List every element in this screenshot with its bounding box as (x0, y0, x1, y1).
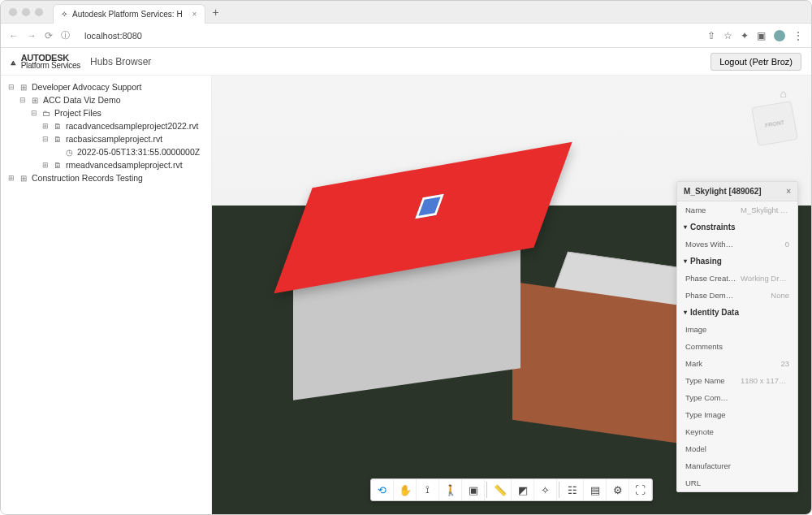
tool-anchor[interactable]: ⟟ (417, 479, 439, 500)
panel-section-header[interactable]: ▾Phasing (677, 253, 797, 270)
logo-icon: ⟁ (11, 57, 16, 67)
tool-explode[interactable]: ✧ (534, 479, 557, 500)
property-label: Manufacturer (685, 461, 731, 470)
menu-icon[interactable]: ⋮ (793, 30, 803, 41)
tree-icon: ◷ (64, 148, 74, 157)
panel-body: NameM_Skylight [489062]▾ConstraintsMoves… (677, 201, 797, 491)
chevron-down-icon: ▾ (684, 309, 687, 316)
tree-label: Project Files (54, 108, 102, 118)
tool-walk[interactable]: 🚶 (439, 479, 462, 500)
share-icon[interactable]: ⇧ (707, 30, 715, 41)
chevron-down-icon: ▾ (684, 258, 687, 265)
property-value: 0 (785, 240, 789, 249)
url-field[interactable]: localhost:8080 (78, 31, 699, 41)
tree-node[interactable]: ⊟⊞ACC Data Viz Demo (4, 93, 208, 106)
brand-logo: ⟁ AUTODESK Platform Services (11, 53, 80, 70)
tree-label: ACC Data Viz Demo (43, 95, 121, 105)
address-bar: ← → ⟳ ⓘ localhost:8080 ⇧ ☆ ✦ ▣ ⋮ (1, 24, 811, 48)
max-dot[interactable] (35, 8, 43, 16)
tree-toggle[interactable]: ⊟ (41, 135, 50, 143)
tree-icon: 🗎 (53, 122, 63, 131)
property-row: Model (677, 440, 797, 457)
site-info-icon[interactable]: ⓘ (61, 29, 70, 41)
tree-node[interactable]: ◷2022-05-05T13:31:55.0000000Z (4, 145, 208, 158)
property-label: Type Name (685, 376, 725, 385)
property-row: Type Image (677, 406, 797, 423)
tree-label: Construction Records Testing (32, 173, 143, 183)
property-label: Type Image (685, 410, 726, 419)
tree-icon: 🗎 (53, 161, 63, 170)
browser-tab[interactable]: ⟡ Autodesk Platform Services: H × (53, 4, 205, 24)
tool-orbit[interactable]: ⟲ (371, 479, 394, 500)
tool-settings[interactable]: ⚙ (607, 479, 629, 500)
tool-camera[interactable]: ▣ (462, 479, 485, 500)
property-row: Manufacturer (677, 457, 797, 474)
tree-toggle[interactable]: ⊟ (7, 83, 15, 91)
panel-title: M_Skylight [489062] (684, 187, 762, 196)
forward-icon[interactable]: → (27, 30, 37, 41)
titlebar: ⟡ Autodesk Platform Services: H × + (1, 1, 811, 24)
window-controls[interactable] (9, 8, 43, 16)
box-icon[interactable]: ▣ (757, 30, 766, 41)
brand-line2: Platform Services (21, 61, 80, 70)
property-label: Type Com… (685, 393, 728, 402)
tool-section[interactable]: ◩ (512, 479, 534, 500)
tree-node[interactable]: ⊞⊞Construction Records Testing (4, 171, 208, 184)
close-tab-icon[interactable]: × (192, 10, 197, 19)
property-row: Type Com… (677, 389, 797, 406)
tree-label: racadvancedsampleproject2022.rvt (66, 121, 198, 131)
property-label: Comments (685, 342, 723, 351)
tree-node[interactable]: ⊞🗎racadvancedsampleproject2022.rvt (4, 119, 208, 132)
viewer-toolbar: ⟲ ✋ ⟟ 🚶 ▣ 📏 ◩ ✧ ☷ ▤ ⚙ ⛶ (370, 478, 653, 501)
property-label: Model (685, 444, 706, 453)
property-label: Phase Creat… (685, 274, 736, 283)
tree-node[interactable]: ⊟🗀Project Files (4, 106, 208, 119)
tool-pan[interactable]: ✋ (394, 479, 417, 500)
property-label: Moves With… (685, 240, 733, 249)
panel-section-header[interactable]: ▾Constraints (677, 219, 797, 236)
viewer[interactable]: ⌂ FRONT M_Skylight [489062] × NameM_Skyl… (212, 76, 811, 514)
tree-toggle[interactable]: ⊟ (19, 96, 27, 104)
tool-properties[interactable]: ▤ (584, 479, 607, 500)
puzzle-icon[interactable]: ✦ (741, 30, 749, 41)
home-view-icon[interactable]: ⌂ (780, 87, 787, 100)
min-dot[interactable] (22, 8, 30, 16)
chevron-down-icon: ▾ (684, 223, 687, 231)
tree-node[interactable]: ⊟🗎racbasicsampleproject.rvt (4, 132, 208, 145)
tree-node[interactable]: ⊟⊞Developer Advocacy Support (4, 80, 208, 93)
app-header: ⟁ AUTODESK Platform Services Hubs Browse… (1, 48, 811, 76)
panel-header[interactable]: M_Skylight [489062] × (677, 182, 797, 201)
tree-icon: ⊞ (19, 83, 28, 92)
property-value: M_Skylight [489062] (741, 206, 789, 214)
star-icon[interactable]: ☆ (723, 30, 732, 41)
panel-section-header[interactable]: ▾Identity Data (677, 304, 797, 321)
close-dot[interactable] (9, 8, 17, 16)
tool-fullscreen[interactable]: ⛶ (629, 479, 652, 500)
nav-buttons: ← → ⟳ (9, 30, 53, 41)
view-cube[interactable]: FRONT (751, 101, 798, 146)
property-row: URL (677, 474, 797, 491)
tree-toggle[interactable]: ⊞ (41, 122, 50, 130)
profile-avatar[interactable] (774, 30, 785, 41)
property-row: Keynote (677, 423, 797, 440)
reload-icon[interactable]: ⟳ (45, 30, 53, 41)
property-row: NameM_Skylight [489062] (677, 201, 797, 219)
brick-wing[interactable] (512, 282, 699, 446)
building-model[interactable] (261, 141, 602, 409)
property-row: Comments (677, 338, 797, 355)
property-label: Mark (685, 359, 702, 368)
tool-model-tree[interactable]: ☷ (561, 479, 584, 500)
tree-node[interactable]: ⊞🗎rmeadvancedsampleproject.rvt (4, 158, 208, 171)
hub-tree: ⊟⊞Developer Advocacy Support⊟⊞ACC Data V… (1, 76, 212, 514)
close-icon[interactable]: × (786, 187, 791, 196)
tree-toggle[interactable]: ⊞ (41, 161, 50, 169)
tool-measure[interactable]: 📏 (489, 479, 512, 500)
property-value: 1180 x 1170mm (741, 376, 789, 385)
new-tab-button[interactable]: + (212, 6, 218, 19)
tree-label: 2022-05-05T13:31:55.0000000Z (77, 147, 200, 157)
tree-toggle[interactable]: ⊟ (30, 109, 38, 117)
logout-button[interactable]: Logout (Petr Broz) (710, 53, 801, 71)
tree-icon: ⊞ (30, 96, 40, 105)
tree-toggle[interactable]: ⊞ (7, 174, 15, 182)
back-icon[interactable]: ← (9, 30, 19, 41)
